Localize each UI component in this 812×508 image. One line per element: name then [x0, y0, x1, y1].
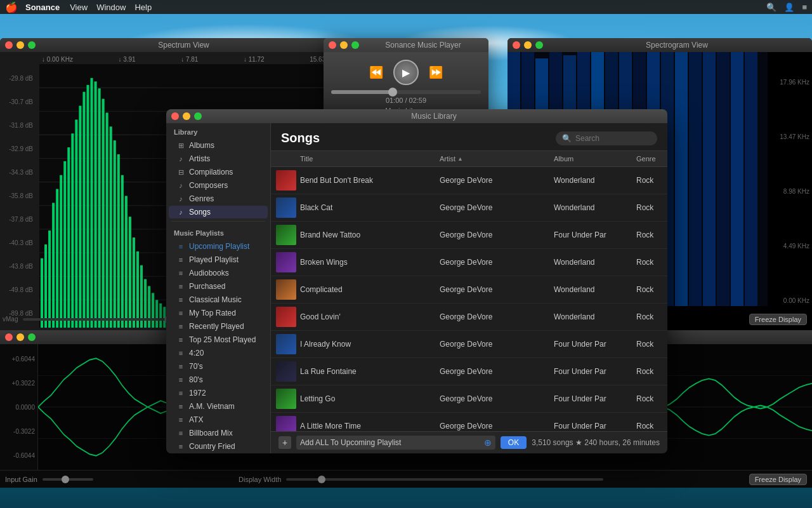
audiobooks-icon: ≡ [176, 269, 185, 277]
upcoming-playlist-icon: ≡ [176, 242, 185, 251]
sidebar-item-albums[interactable]: ⊞ Albums [169, 139, 268, 152]
sidebar-item-songs[interactable]: ♪ Songs [169, 206, 268, 218]
sidebar-item-classical[interactable]: ≡ Classical Music [169, 293, 268, 306]
row-artist: George DeVore [436, 256, 537, 269]
apple-menu-icon[interactable]: 🍎 [5, 1, 18, 13]
sidebar-compilations-label: Compilations [189, 168, 233, 177]
player-close-btn[interactable] [329, 41, 336, 49]
add-to-playlist-btn[interactable]: + [278, 436, 291, 449]
library-max-btn[interactable] [194, 112, 202, 120]
sidebar-item-am-vietnam[interactable]: ≡ A.M. Vietnam [169, 400, 268, 413]
svg-rect-30 [114, 140, 116, 328]
spectrogram-min-btn[interactable] [524, 41, 532, 49]
display-width-slider[interactable] [286, 478, 603, 481]
sidebar-atx-label: ATX [189, 415, 203, 424]
svg-rect-18 [67, 147, 70, 328]
sidebar-item-80s[interactable]: ≡ 80's [169, 373, 268, 386]
menu-help[interactable]: Help [134, 3, 152, 12]
spectrum-close-btn[interactable] [5, 41, 13, 49]
sidebar-item-country[interactable]: ≡ Country Fried [169, 440, 268, 453]
display-width-section: Display Width [103, 476, 739, 483]
menu-window[interactable]: Window [96, 3, 126, 12]
menu-view[interactable]: View [70, 3, 88, 12]
waveform-close-btn[interactable] [5, 333, 13, 341]
table-row[interactable]: Bend But Don't Break George DeVore Wonde… [271, 167, 667, 194]
search-box[interactable]: 🔍 [556, 131, 657, 145]
sidebar-item-top-rated[interactable]: ≡ My Top Rated [169, 307, 268, 319]
menubar-user-icon[interactable]: 👤 [784, 3, 794, 12]
sidebar-item-artists[interactable]: ♪ Artists [169, 152, 268, 165]
th-genre[interactable]: Genre [632, 154, 667, 164]
spectrogram-freeze-btn[interactable]: Freeze Display [749, 314, 807, 325]
fast-forward-button[interactable]: ⏩ [429, 65, 443, 79]
sidebar-item-420[interactable]: ≡ 4:20 [169, 347, 268, 359]
table-row[interactable]: La Rue Fontaine George DeVore Four Under… [271, 358, 667, 385]
playlist-dropdown[interactable]: Add ALL To Upcoming Playlist ⊕ [296, 436, 495, 450]
sidebar-item-top25[interactable]: ≡ Top 25 Most Played [169, 333, 268, 346]
svg-rect-19 [71, 133, 74, 328]
sidebar-item-recently-played[interactable]: ≡ Recently Played [169, 320, 268, 333]
player-min-btn[interactable] [340, 41, 348, 49]
waveform-max-btn[interactable] [28, 333, 36, 341]
spectrogram-max-btn[interactable] [535, 41, 543, 49]
table-row[interactable]: Letting Go George DeVore Four Under Par … [271, 385, 667, 413]
table-row[interactable]: Brand New Tattoo George DeVore Four Unde… [271, 222, 667, 249]
sidebar-item-composers[interactable]: ♪ Composers [169, 179, 268, 192]
waveform-freeze-btn[interactable]: Freeze Display [749, 474, 807, 485]
db-label-2: -31.8 dB [3, 122, 36, 129]
menubar-search-icon[interactable]: 🔍 [766, 3, 776, 12]
table-row[interactable]: Complicated George DeVore Wonderland Roc… [271, 276, 667, 304]
table-row[interactable]: I Already Know George DeVore Four Under … [271, 331, 667, 358]
sidebar-item-70s[interactable]: ≡ 70's [169, 360, 268, 373]
th-album[interactable]: Album [550, 154, 632, 164]
sidebar-item-atx[interactable]: ≡ ATX [169, 413, 268, 426]
row-title: A Little More Time [296, 420, 436, 431]
row-title: Letting Go [296, 392, 436, 405]
sidebar-item-compilations[interactable]: ⊟ Compilations [169, 166, 268, 178]
spectrum-max-btn[interactable] [28, 41, 36, 49]
spectrogram-freq-labels: 17.96 KHz 13.47 KHz 8.98 KHz 4.49 KHz 0.… [768, 52, 812, 330]
table-row[interactable]: Broken Wings George DeVore Wonderland Ro… [271, 249, 667, 276]
sidebar-item-1972[interactable]: ≡ 1972 [169, 387, 268, 399]
svg-rect-70 [731, 52, 743, 306]
table-row[interactable]: Black Cat George DeVore Wonderland Rock … [271, 194, 667, 222]
sidebar-item-audiobooks[interactable]: ≡ Audiobooks [169, 267, 268, 279]
th-title[interactable]: Title [296, 154, 436, 164]
db-label-1: -30.7 dB [3, 98, 36, 105]
songs-table[interactable]: Bend But Don't Break George DeVore Wonde… [271, 167, 667, 431]
sidebar-item-billboard[interactable]: ≡ Billboard Mix [169, 427, 268, 439]
progress-bar[interactable] [331, 90, 481, 94]
table-row[interactable]: Good Lovin' George DeVore Wonderland Roc… [271, 304, 667, 331]
spectrum-min-btn[interactable] [16, 41, 24, 49]
svg-rect-21 [79, 106, 81, 328]
freq-label-1: ↓ 3.91 [118, 56, 135, 63]
db-label-3: -32.9 dB [3, 145, 36, 152]
svg-rect-24 [91, 78, 93, 328]
rewind-button[interactable]: ⏪ [369, 65, 383, 79]
spectrogram-close-btn[interactable] [513, 41, 520, 49]
menubar-menu-icon[interactable]: ≡ [802, 3, 807, 12]
sidebar-songs-label: Songs [189, 208, 211, 217]
search-input[interactable] [575, 134, 652, 143]
sidebar-item-upcoming-playlist[interactable]: ≡ Upcoming Playlist [169, 240, 268, 253]
spectrum-freq-labels: ↓ 0.00 KHz ↓ 3.91 ↓ 7.81 ↓ 11.72 15.63 ↓ [39, 55, 333, 64]
waveform-min-btn[interactable] [16, 333, 24, 341]
sidebar-item-genres[interactable]: ♪ Genres [169, 192, 268, 205]
sidebar-420-label: 4:20 [189, 349, 204, 358]
input-gain-slider[interactable] [43, 478, 93, 481]
th-artist[interactable]: Artist ▲ [436, 154, 537, 164]
player-max-btn[interactable] [351, 41, 359, 49]
sidebar-item-played-playlist[interactable]: ≡ Played Playlist [169, 253, 268, 266]
app-name-menu[interactable]: Sonance [25, 3, 60, 12]
table-row[interactable]: A Little More Time George DeVore Four Un… [271, 413, 667, 431]
svg-rect-32 [121, 175, 124, 328]
play-button[interactable]: ▶ [393, 60, 419, 85]
row-artist: George DeVore [436, 365, 537, 378]
library-min-btn[interactable] [183, 112, 190, 120]
player-titlebar: Sonance Music Player [324, 38, 488, 52]
svg-rect-25 [95, 81, 97, 328]
ok-button[interactable]: OK [501, 436, 527, 449]
row-genre: Rock [632, 420, 667, 431]
sidebar-item-purchased[interactable]: ≡ Purchased [169, 280, 268, 293]
library-close-btn[interactable] [171, 112, 179, 120]
